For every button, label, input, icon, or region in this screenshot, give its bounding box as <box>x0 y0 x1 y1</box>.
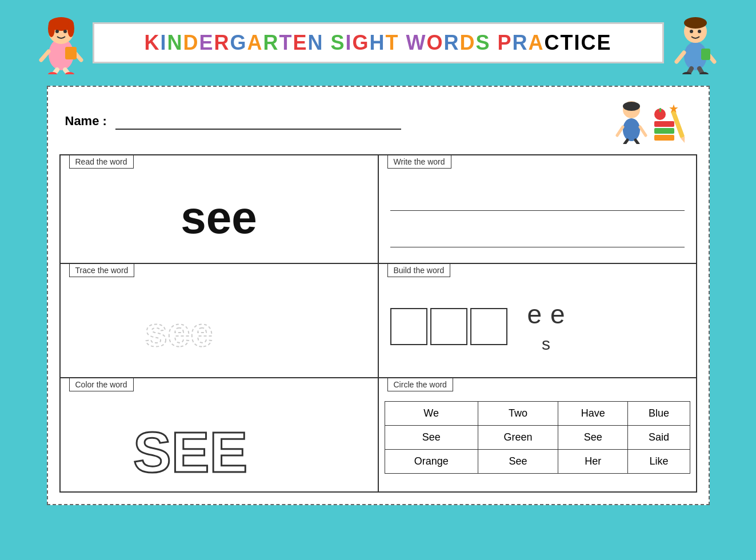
read-label: Read the word <box>69 155 134 169</box>
color-label: Color the word <box>69 378 134 391</box>
svg-rect-25 <box>701 49 710 60</box>
build-label: Build the word <box>387 263 451 277</box>
table-cell: Blue <box>628 402 690 426</box>
svg-point-27 <box>623 102 640 111</box>
table-cell: Her <box>558 450 628 474</box>
svg-line-19 <box>677 53 684 62</box>
table-cell-see-3: See <box>478 450 558 474</box>
svg-point-4 <box>67 20 74 37</box>
svg-text:see: see <box>145 309 213 355</box>
name-label: Name : <box>65 114 107 129</box>
table-cell: Have <box>558 402 628 426</box>
svg-point-3 <box>48 20 55 37</box>
table-row: We Two Have Blue <box>385 402 690 426</box>
svg-rect-9 <box>65 47 77 59</box>
svg-point-6 <box>63 30 67 33</box>
trace-word-svg: see <box>133 301 305 358</box>
color-word-svg: SEE <box>127 406 310 481</box>
name-input-line[interactable] <box>115 113 401 130</box>
build-word-cell: Build the word e e s <box>378 263 697 378</box>
svg-text:SEE: SEE <box>133 420 247 481</box>
circle-word-table: We Two Have Blue See Green See Said Oran… <box>385 401 690 474</box>
activity-grid: Read the word see Write the word Trace t… <box>59 154 697 493</box>
name-row: Name : <box>59 98 697 144</box>
svg-point-16 <box>684 17 707 29</box>
read-word-text: see <box>181 191 257 244</box>
read-word-cell: Read the word see <box>60 155 378 263</box>
trace-word-cell: Trace the word see <box>60 263 378 378</box>
build-box-1[interactable] <box>390 308 427 345</box>
svg-point-28 <box>623 118 640 141</box>
table-row: See Green See Said <box>385 426 690 450</box>
title-box: KINDERGARTEN SIGHT WORDS PRACTICE <box>93 22 664 63</box>
color-word-cell: Color the word SEE <box>60 378 378 492</box>
girl-illustration <box>35 11 87 74</box>
table-cell: Orange <box>385 450 478 474</box>
svg-line-31 <box>625 140 627 144</box>
table-cell: Like <box>628 450 690 474</box>
write-label: Write the word <box>387 155 451 169</box>
worksheet-supplies-icon: ★ <box>651 98 691 144</box>
worksheet-kids-icons: ★ <box>614 98 691 144</box>
build-letter-s: s <box>542 334 550 353</box>
svg-rect-34 <box>654 128 674 134</box>
table-cell: Said <box>628 426 690 450</box>
table-cell-see-1: See <box>385 426 478 450</box>
table-row: Orange See Her Like <box>385 450 690 474</box>
svg-text:★: ★ <box>669 102 679 115</box>
circle-word-cell: Circle the word We Two Have Blue See Gre… <box>378 378 697 492</box>
table-cell: Two <box>478 402 558 426</box>
circle-label: Circle the word <box>387 378 453 391</box>
header: KINDERGARTEN SIGHT WORDS PRACTICE <box>35 11 721 74</box>
svg-point-17 <box>690 30 693 33</box>
svg-point-18 <box>698 30 701 33</box>
svg-line-32 <box>635 140 638 144</box>
build-box-2[interactable] <box>430 308 467 345</box>
table-cell: We <box>385 402 478 426</box>
svg-line-30 <box>640 127 646 135</box>
build-box-3[interactable] <box>470 308 507 345</box>
svg-line-7 <box>41 51 49 60</box>
write-line-2[interactable] <box>390 219 685 247</box>
build-letter-e2: e <box>550 299 565 330</box>
svg-rect-33 <box>654 121 674 127</box>
svg-rect-40 <box>659 108 661 112</box>
table-cell: Green <box>478 426 558 450</box>
worksheet: Name : <box>47 86 710 505</box>
svg-line-29 <box>617 127 623 135</box>
trace-label: Trace the word <box>69 263 135 277</box>
write-line-1[interactable] <box>390 182 685 211</box>
svg-point-5 <box>55 30 59 33</box>
boy-illustration <box>670 11 721 74</box>
worksheet-kid1-icon <box>614 98 649 144</box>
write-word-cell: Write the word <box>378 155 697 263</box>
svg-rect-35 <box>654 135 674 141</box>
main-title: KINDERGARTEN SIGHT WORDS PRACTICE <box>111 31 645 55</box>
build-word-boxes <box>390 308 507 345</box>
build-letter-e1: e <box>527 299 542 330</box>
table-cell-see-2: See <box>558 426 628 450</box>
